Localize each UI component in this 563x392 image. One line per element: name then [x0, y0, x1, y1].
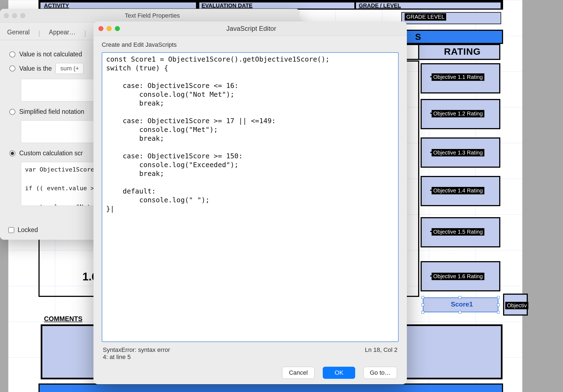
js-error-status: SyntaxError: syntax error 4: at line 5: [103, 346, 170, 361]
objectiv-tag: Objectiv: [505, 302, 528, 309]
sel-handle[interactable]: [421, 303, 424, 306]
tab-appearance[interactable]: Appear…: [48, 27, 77, 40]
tab-general[interactable]: General: [6, 27, 31, 40]
code-textarea[interactable]: const Score1 = Objective1Score().getObje…: [102, 52, 399, 342]
zoom-icon[interactable]: [115, 26, 120, 31]
grade-level-field-tag: GRADE LEVEL: [405, 13, 446, 21]
locked-label: Locked: [18, 226, 38, 234]
objective-1-5-tag: Objective 1.5 Rating: [432, 228, 484, 236]
objective-1-2-tag: Objective 1.2 Rating: [432, 110, 484, 117]
radio-custom-script[interactable]: [9, 150, 15, 156]
opt-value-is-label: Value is the: [19, 65, 52, 72]
objective-1-6-tag: Objective 1.6 Rating: [432, 273, 484, 280]
close-icon[interactable]: [98, 26, 103, 31]
sel-handle[interactable]: [459, 296, 461, 299]
sel-handle[interactable]: [497, 296, 500, 299]
sel-handle[interactable]: [421, 296, 424, 299]
rating-column-header: RATING: [444, 46, 481, 57]
cursor-position: Ln 18, Col 2: [365, 346, 398, 361]
sel-handle[interactable]: [497, 311, 500, 314]
props-titlebar[interactable]: Text Field Properties: [0, 9, 300, 23]
close-icon[interactable]: [4, 13, 9, 18]
objective-1-4-tag: Objective 1.4 Rating: [432, 187, 484, 194]
sel-handle[interactable]: [459, 311, 461, 314]
locked-checkbox[interactable]: [8, 227, 14, 233]
js-subtitle: Create and Edit JavaScripts: [102, 41, 399, 48]
js-window-title: JavaScript Editor: [120, 25, 383, 32]
goto-button[interactable]: Go to…: [363, 367, 397, 379]
js-titlebar[interactable]: JavaScript Editor: [93, 21, 407, 36]
opt-custom-script-label: Custom calculation scr: [19, 150, 83, 157]
minimize-icon[interactable]: [12, 13, 17, 18]
grade-level-label: GRADE / LEVEL: [359, 2, 401, 9]
javascript-editor-window: JavaScript Editor Create and Edit JavaSc…: [93, 21, 407, 384]
radio-not-calculated[interactable]: [9, 51, 15, 57]
zoom-icon[interactable]: [20, 13, 25, 18]
opt-not-calculated-label: Value is not calculated: [19, 51, 82, 58]
radio-simplified[interactable]: [9, 109, 15, 115]
ok-button[interactable]: OK: [323, 367, 355, 379]
objective-1-1-tag: Objective 1.1 Rating: [432, 73, 484, 81]
comments-label: COMMENTS: [44, 315, 82, 323]
props-window-title: Text Field Properties: [25, 12, 279, 19]
sel-handle[interactable]: [497, 303, 500, 306]
score1-label: Score1: [451, 300, 473, 308]
cancel-button[interactable]: Cancel: [282, 367, 314, 379]
objective-1-3-tag: Objective 1.3 Rating: [432, 149, 484, 156]
eval-date-label: EVALUATION DATE: [202, 2, 253, 9]
radio-value-is[interactable]: [9, 65, 15, 71]
sum-select[interactable]: sum (+: [56, 63, 84, 74]
activity-label-v: ACTIVITY: [44, 2, 69, 9]
opt-simplified-label: Simplified field notation: [19, 108, 84, 115]
sel-handle[interactable]: [421, 311, 424, 314]
minimize-icon[interactable]: [107, 26, 112, 31]
section-s: S: [415, 32, 421, 42]
